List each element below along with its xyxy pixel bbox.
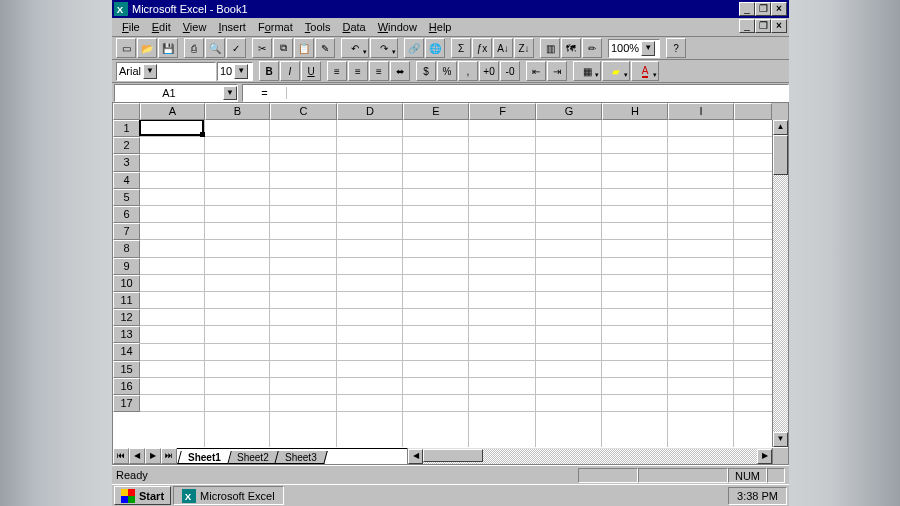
row-header-4[interactable]: 4	[113, 172, 140, 189]
sortasc-button[interactable]: A↓	[493, 38, 513, 58]
row-header-10[interactable]: 10	[113, 275, 140, 292]
help-button[interactable]: ?	[666, 38, 686, 58]
sheet-tab-sheet1[interactable]: Sheet1	[177, 451, 231, 464]
borders-button[interactable]: ▦	[573, 61, 601, 81]
print-button[interactable]: ⎙	[184, 38, 204, 58]
row-header-11[interactable]: 11	[113, 292, 140, 309]
select-all-corner[interactable]	[113, 103, 140, 120]
scroll-down-button[interactable]: ▼	[773, 432, 788, 447]
web-button[interactable]: 🌐	[425, 38, 445, 58]
chevron-down-icon[interactable]: ▼	[143, 64, 157, 79]
sheet-tab-sheet2[interactable]: Sheet2	[226, 451, 279, 464]
row-header-2[interactable]: 2	[113, 137, 140, 154]
column-header-A[interactable]: A	[140, 103, 205, 120]
link-button[interactable]: 🔗	[404, 38, 424, 58]
row-header-16[interactable]: 16	[113, 378, 140, 395]
name-box[interactable]: A1 ▼	[114, 84, 238, 102]
start-button[interactable]: Start	[114, 486, 171, 505]
worksheet-grid[interactable]: ABCDEFGHI 1234567891011121314151617 ▲ ▼ …	[112, 103, 789, 465]
scroll-right-button[interactable]: ▶	[757, 449, 772, 464]
mdi-minimize-button[interactable]: _	[739, 19, 755, 33]
preview-button[interactable]: 🔍	[205, 38, 225, 58]
italic-button[interactable]: I	[280, 61, 300, 81]
column-header-I[interactable]: I	[668, 103, 734, 120]
name-box-dropdown-icon[interactable]: ▼	[223, 86, 237, 100]
sortdesc-button[interactable]: Z↓	[514, 38, 534, 58]
alignL-button[interactable]: ≡	[327, 61, 347, 81]
decdec-button[interactable]: -0	[500, 61, 520, 81]
column-header-H[interactable]: H	[602, 103, 668, 120]
row-header-7[interactable]: 7	[113, 223, 140, 240]
formula-edit[interactable]: =	[242, 84, 789, 102]
merge-button[interactable]: ⬌	[390, 61, 410, 81]
close-button[interactable]: ×	[771, 2, 787, 16]
new-button[interactable]: ▭	[116, 38, 136, 58]
column-header-F[interactable]: F	[469, 103, 536, 120]
fx-button[interactable]: ƒx	[472, 38, 492, 58]
fmtpaint-button[interactable]: ✎	[315, 38, 335, 58]
menu-tools[interactable]: Tools	[299, 19, 337, 35]
vertical-scrollbar[interactable]: ▲ ▼	[772, 120, 788, 447]
comma-button[interactable]: ,	[458, 61, 478, 81]
menu-window[interactable]: Window	[372, 19, 423, 35]
row-header-17[interactable]: 17	[113, 395, 140, 412]
paste-button[interactable]: 📋	[294, 38, 314, 58]
percent-button[interactable]: %	[437, 61, 457, 81]
row-header-5[interactable]: 5	[113, 189, 140, 206]
open-button[interactable]: 📂	[137, 38, 157, 58]
mdi-close-button[interactable]: ×	[771, 19, 787, 33]
menu-file[interactable]: File	[116, 19, 146, 35]
row-header-15[interactable]: 15	[113, 361, 140, 378]
sheet-tab-sheet3[interactable]: Sheet3	[274, 451, 327, 464]
alignR-button[interactable]: ≡	[369, 61, 389, 81]
maximize-button[interactable]: ❐	[755, 2, 771, 16]
row-header-8[interactable]: 8	[113, 240, 140, 257]
tab-first-button[interactable]: ⏮	[113, 448, 129, 464]
copy-button[interactable]: ⧉	[273, 38, 293, 58]
menu-insert[interactable]: Insert	[212, 19, 252, 35]
menu-edit[interactable]: Edit	[146, 19, 177, 35]
minimize-button[interactable]: _	[739, 2, 755, 16]
font-size-combo[interactable]: 10▼	[217, 62, 253, 81]
hscroll-thumb[interactable]	[423, 449, 483, 462]
alignC-button[interactable]: ≡	[348, 61, 368, 81]
mdi-restore-button[interactable]: ❐	[755, 19, 771, 33]
row-header-9[interactable]: 9	[113, 258, 140, 275]
bold-button[interactable]: B	[259, 61, 279, 81]
row-header-14[interactable]: 14	[113, 343, 140, 360]
title-bar[interactable]: X Microsoft Excel - Book1 _ ❐ ×	[112, 0, 789, 18]
column-header-B[interactable]: B	[205, 103, 270, 120]
tab-last-button[interactable]: ⏭	[161, 448, 177, 464]
underline-button[interactable]: U	[301, 61, 321, 81]
spell-button[interactable]: ✓	[226, 38, 246, 58]
incdec-button[interactable]: +0	[479, 61, 499, 81]
horizontal-scrollbar[interactable]: ◀ ▶	[407, 448, 772, 464]
taskbar-app-button[interactable]: X Microsoft Excel	[173, 486, 284, 505]
font-name-combo[interactable]: Arial▼	[116, 62, 216, 81]
map-button[interactable]: 🗺	[561, 38, 581, 58]
tab-next-button[interactable]: ▶	[145, 448, 161, 464]
row-header-6[interactable]: 6	[113, 206, 140, 223]
row-header-1[interactable]: 1	[113, 120, 140, 137]
row-header-13[interactable]: 13	[113, 326, 140, 343]
cut-button[interactable]: ✂	[252, 38, 272, 58]
fontcolor-button[interactable]: A	[631, 61, 659, 81]
chevron-down-icon[interactable]: ▼	[234, 64, 248, 79]
row-header-3[interactable]: 3	[113, 154, 140, 171]
column-header-D[interactable]: D	[337, 103, 403, 120]
row-header-12[interactable]: 12	[113, 309, 140, 326]
column-header-C[interactable]: C	[270, 103, 337, 120]
currency-button[interactable]: $	[416, 61, 436, 81]
fill-button[interactable]: ▰	[602, 61, 630, 81]
active-cell[interactable]	[139, 120, 204, 136]
undo-button[interactable]: ↶	[341, 38, 369, 58]
autosum-button[interactable]: Σ	[451, 38, 471, 58]
save-button[interactable]: 💾	[158, 38, 178, 58]
zoom-combo[interactable]: 100%▼	[608, 39, 660, 58]
tab-prev-button[interactable]: ◀	[129, 448, 145, 464]
system-tray-clock[interactable]: 3:38 PM	[728, 487, 787, 505]
redo-button[interactable]: ↷	[370, 38, 398, 58]
indentL-button[interactable]: ⇤	[526, 61, 546, 81]
menu-data[interactable]: Data	[336, 19, 371, 35]
chart-button[interactable]: ▥	[540, 38, 560, 58]
